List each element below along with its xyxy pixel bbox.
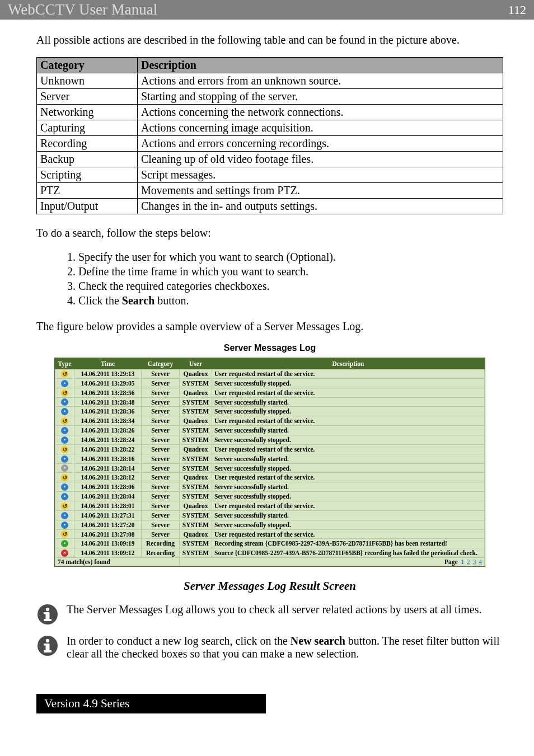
blue-icon [61, 493, 68, 500]
log-row: 14.06.2011 13:28:26ServerSYSTEMServer su… [55, 426, 485, 435]
cell-category: Scripting [37, 167, 138, 183]
cell-description: Server successfully stopped. [212, 435, 485, 445]
page-current[interactable]: 1 [461, 558, 464, 565]
wrench-icon [61, 370, 68, 378]
cell-type [55, 435, 74, 445]
cell-type [55, 548, 74, 558]
cell-category: Server [142, 482, 180, 492]
log-row: 14.06.2011 13:28:06ServerSYSTEMServer su… [55, 482, 485, 492]
cell-time: 14.06.2011 13:28:34 [74, 416, 142, 426]
cell-description: Recording stream {CDFC0985-2297-439A-B57… [212, 539, 485, 548]
cell-user: SYSTEM [180, 482, 212, 492]
cell-user: SYSTEM [180, 548, 212, 558]
page-link[interactable]: 2 [467, 558, 470, 565]
cell-user: SYSTEM [180, 378, 212, 388]
cell-time: 14.06.2011 13:28:22 [74, 444, 142, 454]
th-time[interactable]: Time [74, 359, 142, 369]
header-bar: WebCCTV User Manual 112 [0, 0, 534, 20]
cell-description: Actions and errors from an unknown sourc… [138, 73, 503, 89]
info-text: In order to conduct a new log search, cl… [67, 635, 503, 660]
cell-user: Quadrox [180, 369, 212, 379]
cell-time: 14.06.2011 13:28:48 [74, 397, 142, 407]
blue-icon [61, 380, 68, 387]
gray-icon [61, 464, 68, 472]
log-row: 14.06.2011 13:28:22ServerQuadroxUser req… [55, 444, 485, 454]
cell-type [55, 463, 74, 473]
cell-description: Server successfully started. [212, 454, 485, 463]
table-row: RecordingActions and errors concerning r… [37, 136, 503, 152]
cell-category: Server [142, 416, 180, 426]
cell-type [55, 482, 74, 492]
red-icon [61, 550, 68, 557]
cell-category: Server [142, 454, 180, 463]
cell-time: 14.06.2011 13:28:36 [74, 407, 142, 416]
cell-user: SYSTEM [180, 407, 212, 416]
cell-time: 14.06.2011 13:28:24 [74, 435, 142, 445]
blue-icon [61, 427, 68, 434]
wrench-icon [61, 446, 68, 453]
wrench-icon [61, 530, 68, 538]
table-row: PTZMovements and settings from PTZ. [37, 183, 503, 199]
th-category: Category [37, 58, 138, 73]
blue-icon [61, 398, 68, 406]
th-user[interactable]: User [180, 359, 212, 369]
cell-category: Server [37, 89, 138, 105]
wrench-icon [61, 417, 68, 425]
cell-time: 14.06.2011 13:28:01 [74, 501, 142, 511]
log-title: Server Messages Log [36, 343, 503, 353]
th-description: Description [138, 58, 503, 73]
cell-user: SYSTEM [180, 510, 212, 520]
cell-type [55, 369, 74, 379]
cell-user: SYSTEM [180, 454, 212, 463]
cell-category: Server [142, 388, 180, 397]
cell-type [55, 510, 74, 520]
steps-list: Specify the user for which you want to s… [36, 250, 503, 308]
table-row: NetworkingActions concerning the network… [37, 105, 503, 120]
cell-category: Server [142, 510, 180, 520]
blue-icon [61, 522, 68, 529]
cell-time: 14.06.2011 13:27:31 [74, 510, 142, 520]
cell-type [55, 454, 74, 463]
cell-type [55, 388, 74, 397]
svg-rect-8 [44, 650, 51, 652]
cell-description: Script messages. [138, 167, 503, 183]
cell-user: Quadrox [180, 388, 212, 397]
cell-description: Server successfully started. [212, 426, 485, 435]
info-icon [36, 635, 59, 657]
cell-category: PTZ [37, 183, 138, 199]
figure-intro: The figure below provides a sample overv… [36, 320, 503, 333]
cell-time: 14.06.2011 13:28:12 [74, 473, 142, 482]
th-category[interactable]: Category [142, 359, 180, 369]
cell-user: SYSTEM [180, 539, 212, 548]
cell-description: User requested restart of the service. [212, 529, 485, 539]
cell-description: User requested restart of the service. [212, 388, 485, 397]
info-text: The Server Messages Log allows you to ch… [67, 603, 481, 616]
cell-description: Changes in the in- and outputs settings. [138, 199, 503, 214]
cell-user: SYSTEM [180, 397, 212, 407]
cell-description: Server successfully stopped. [212, 520, 485, 529]
blue-icon [61, 456, 68, 463]
cell-time: 14.06.2011 13:29:13 [74, 369, 142, 379]
cell-time: 14.06.2011 13:27:08 [74, 529, 142, 539]
page-link[interactable]: 3 [473, 558, 476, 565]
page-link[interactable]: 4 [479, 558, 482, 565]
info-icon [36, 603, 59, 626]
cell-description: Actions and errors concerning recordings… [138, 136, 503, 152]
th-description[interactable]: Description [212, 359, 485, 369]
cell-description: User requested restart of the service. [212, 416, 485, 426]
cell-description: Starting and stopping of the server. [138, 89, 503, 105]
cell-type [55, 426, 74, 435]
log-row: 14.06.2011 13:29:13ServerQuadroxUser req… [55, 369, 485, 379]
cell-time: 14.06.2011 13:28:26 [74, 426, 142, 435]
blue-icon [61, 408, 68, 415]
step-item: Click the Search button. [78, 293, 503, 308]
log-footer-row: 74 match(es) found Page 1 2 3 4 [55, 558, 485, 566]
table-row: UnknownActions and errors from an unknow… [37, 73, 503, 89]
cell-description: User requested restart of the service. [212, 501, 485, 511]
cell-type [55, 416, 74, 426]
cell-description: User requested restart of the service. [212, 369, 485, 379]
th-type[interactable]: Type [55, 359, 74, 369]
log-row: 14.06.2011 13:27:08ServerQuadroxUser req… [55, 529, 485, 539]
log-table-wrap: Type Time Category User Description 14.0… [54, 358, 485, 567]
cell-user: SYSTEM [180, 426, 212, 435]
